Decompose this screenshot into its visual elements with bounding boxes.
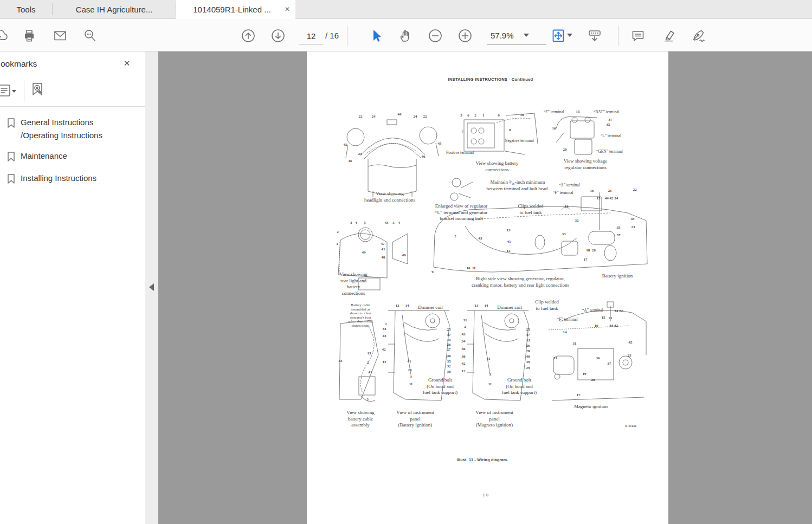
- diagram-text: 16: [595, 324, 598, 328]
- diagram-text: 21: [608, 189, 612, 193]
- diagram-text: 44: [398, 112, 402, 117]
- diagram-text: Clip welded to fuel tank: [535, 299, 559, 312]
- diagram-text: 46: [349, 159, 352, 163]
- tab-tools[interactable]: Tools: [0, 0, 52, 18]
- diagram-text: “F” terminal: [553, 190, 573, 195]
- diagram-text: 3: [392, 221, 395, 225]
- diagram-text: Dimmer coil: [497, 305, 522, 311]
- tab-bar: Tools Case IH Agriculture... 1014059R1-L…: [0, 0, 812, 19]
- document-viewport[interactable]: INSTALLING INSTRUCTIONS - Continued 2224…: [158, 51, 812, 524]
- diagram-text: 25: [526, 327, 530, 332]
- diagram-text: 2: [367, 360, 369, 365]
- tab-document-2-active[interactable]: 1014059R1-Linked ... ✕: [176, 0, 295, 19]
- diagram-text: 20: [563, 147, 567, 152]
- diagram-text: Right side view showing generator, regul…: [472, 276, 569, 288]
- diagram-text: 3: [350, 221, 352, 225]
- bookmark-options-caret-icon[interactable]: [12, 90, 16, 93]
- diagram-text: 42: [462, 361, 466, 366]
- diagram-text: 47: [381, 242, 385, 246]
- diagram-text: 2: [337, 230, 339, 234]
- diagram-text: 32: [575, 218, 579, 223]
- collapse-panel-arrow-icon[interactable]: [149, 283, 154, 291]
- diagram-text: “F” terminal: [544, 109, 564, 114]
- diagram-text: 13: [475, 303, 479, 308]
- diagram-text: 44 42 34: [605, 196, 618, 200]
- diagram-text: 40: [447, 354, 451, 358]
- diagram-text: 9: [431, 270, 434, 274]
- find-current-bookmark-icon[interactable]: [30, 82, 45, 97]
- diagram-text: 33: [553, 356, 557, 360]
- previous-page-icon[interactable]: [241, 28, 256, 43]
- bookmark-item[interactable]: General Instructions /Operating Instruct…: [0, 112, 145, 146]
- select-tool-icon[interactable]: [369, 28, 384, 43]
- comment-icon[interactable]: [630, 28, 646, 43]
- diagram-text: 11: [488, 382, 492, 386]
- save-to-cloud-icon[interactable]: [0, 28, 8, 43]
- diagram-text: Positive terminal: [446, 150, 474, 155]
- diagram-text: 23: [628, 353, 631, 358]
- diagram-text: 19: [583, 372, 587, 376]
- diagram-text: 16: [590, 189, 594, 193]
- diagram-text: View showing headlight and connections: [364, 191, 415, 203]
- hand-tool-icon[interactable]: [398, 28, 413, 43]
- bookmark-label: Installing Instructions: [21, 172, 132, 185]
- diagram-text: 46: [422, 154, 426, 159]
- diagram-text: 34: [383, 327, 386, 331]
- zoom-dropdown-caret-icon[interactable]: [524, 34, 529, 37]
- diagram-text: 41: [382, 247, 385, 251]
- bookmark-item[interactable]: Installing Instructions: [0, 168, 145, 190]
- search-icon[interactable]: [82, 28, 98, 43]
- bookmark-label: Maintenance: [21, 150, 132, 163]
- diagram-text: 36: [596, 356, 600, 360]
- diagram-text: 15: [602, 315, 605, 320]
- diagram-text: “L” terminal: [601, 133, 621, 138]
- highlighter-icon[interactable]: [661, 28, 676, 43]
- diagram-text: 13: [368, 351, 371, 355]
- diagram-text: View showing voltage regulator connectio…: [564, 158, 607, 171]
- diagram-text: 23: [358, 152, 362, 156]
- diagram-text: Ground bolt (On hood and fuel tank suppo…: [502, 377, 537, 396]
- zoom-out-icon[interactable]: [428, 28, 443, 43]
- panel-collapse-gutter[interactable]: [145, 51, 158, 524]
- diagram-text: 4: [398, 221, 400, 225]
- diagram-text: 41: [408, 359, 411, 364]
- diagram-text: 38: [447, 370, 451, 374]
- print-icon[interactable]: [22, 28, 37, 43]
- diagram-text: 3: [489, 372, 491, 377]
- diagram-text: 33: [526, 338, 530, 342]
- diagram-text: 15: [576, 109, 580, 114]
- diagram-text: 8: [509, 128, 511, 132]
- diagram-text: 37: [617, 233, 621, 237]
- diagram-text: 11: [409, 382, 413, 386]
- diagram-text: 26: [526, 344, 530, 348]
- page-number-input[interactable]: [299, 28, 323, 44]
- toolbar-collapse-icon[interactable]: [587, 28, 602, 43]
- diagram-text: 33: [562, 232, 566, 236]
- bookmarks-toolbar: [0, 77, 145, 103]
- email-icon[interactable]: [53, 28, 68, 43]
- tab-document-1-label: Case IH Agriculture...: [76, 5, 153, 14]
- zoom-level-value[interactable]: 57.9%: [491, 31, 514, 40]
- bookmark-icon: [7, 116, 16, 131]
- tab-document-1[interactable]: Case IH Agriculture...: [53, 0, 176, 18]
- bookmark-options-icon[interactable]: [0, 83, 11, 98]
- next-page-icon[interactable]: [270, 28, 286, 43]
- fit-dropdown-caret-icon[interactable]: [567, 34, 572, 37]
- diagram-text: 35: [607, 122, 610, 127]
- diagram-text: 22: [423, 114, 427, 119]
- fit-page-icon[interactable]: [551, 28, 566, 43]
- fill-sign-icon[interactable]: [691, 28, 706, 43]
- diagram-text: 37: [608, 361, 611, 366]
- bookmarks-close-icon[interactable]: ✕: [121, 58, 132, 69]
- diagram-text: View of instrument panel (Magneto igniti…: [475, 410, 513, 429]
- bookmark-item[interactable]: Maintenance: [0, 146, 145, 168]
- tab-close-icon[interactable]: ✕: [285, 5, 290, 14]
- diagram-text: 12: [462, 369, 466, 373]
- diagram-text: 10: [520, 113, 524, 117]
- zoom-in-icon[interactable]: [457, 28, 473, 43]
- diagram-text: Clips welded to fuel tank: [518, 203, 543, 216]
- diagram-text: 2: [385, 322, 387, 326]
- diagram-text: 5: [364, 221, 366, 225]
- diagram-text: 43: [383, 334, 386, 338]
- diagram-text: 4: [355, 221, 357, 225]
